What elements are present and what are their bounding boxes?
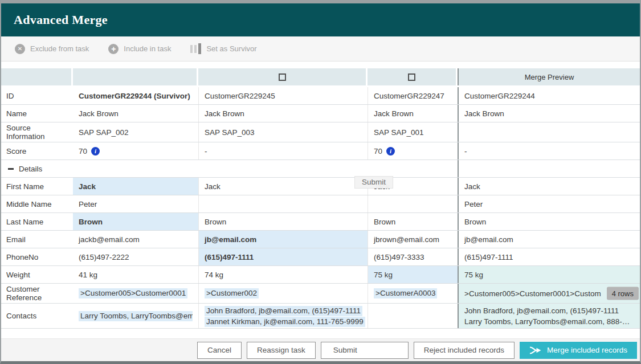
record-value-cell[interactable]: John Bradford, jb@email.com, (615)497-11…	[198, 304, 368, 328]
cell-value: SAP SAP_003	[205, 128, 255, 137]
merge-preview-header-label: Merge Preview	[525, 73, 574, 81]
page-title: Advanced Merge	[14, 13, 108, 27]
row-label: ID	[1, 87, 73, 104]
row-label: Customer Reference	[1, 284, 73, 303]
record-value-cell[interactable]: (615)497-3333	[368, 248, 458, 265]
record-value-cell[interactable]: jb@email.com	[198, 231, 368, 248]
merge-preview-cell: -	[458, 142, 640, 159]
details-section-toggle[interactable]: Details	[1, 160, 458, 177]
cell-value: Peter	[79, 200, 97, 208]
set-as-survivor-button[interactable]: Set as Survivor	[190, 43, 256, 55]
merge-preview-cell: CustomerGR229244	[458, 87, 640, 104]
record-value-cell[interactable]: >CustomerA0003	[368, 284, 458, 303]
cancel-button[interactable]: Cancel	[197, 342, 242, 359]
merge-included-records-button[interactable]: Merge included records	[520, 342, 637, 359]
cell-value: Jack Brown	[79, 109, 119, 118]
include-in-task-button[interactable]: + Include in task	[108, 44, 171, 54]
merge-preview-cell: John Bradford, jb@email.com, (615)497-11…	[458, 304, 640, 328]
cell-value: Brown	[79, 218, 103, 226]
cell-value: Brown	[205, 218, 226, 226]
record-value-cell[interactable]: >Customer002	[198, 284, 368, 303]
row-label: Weight	[1, 266, 73, 283]
cell-value: CustomerGR229245	[205, 92, 275, 100]
record-value-cell[interactable]: -	[198, 142, 368, 159]
rows-count-badge[interactable]: 4 rows	[607, 287, 639, 300]
info-icon[interactable]: i	[91, 147, 100, 156]
cell-value: CustomerGR229244 (Survivor)	[79, 92, 190, 100]
record2-column-header	[198, 68, 368, 85]
record-value-cell[interactable]	[368, 304, 458, 328]
record-value-cell[interactable]: SAP SAP_002	[73, 122, 198, 142]
title-bar: Advanced Merge	[1, 3, 640, 36]
table-header-row: Merge Preview	[1, 68, 640, 85]
cell-value: jbrown@email.com	[374, 235, 439, 244]
exclude-from-task-button[interactable]: ✕ Exclude from task	[15, 44, 89, 54]
record-value-cell[interactable]: Brown	[198, 213, 368, 230]
record-value-cell[interactable]: 70i	[368, 142, 458, 159]
merge-preview-cell: Jack Brown	[458, 105, 640, 122]
table-row: Source InformationSAP SAP_002SAP SAP_003…	[1, 122, 640, 142]
cell-value: -	[205, 147, 207, 156]
record-value-cell[interactable]: SAP SAP_003	[198, 122, 368, 142]
table-row: Weight41 kg74 kg75 kg75 kg	[1, 266, 640, 284]
include-in-task-label: Include in task	[124, 44, 171, 53]
cell-value: Brown	[374, 218, 395, 226]
record-value-cell[interactable]: Jack Brown	[198, 105, 368, 122]
record-value-cell[interactable]: Brown	[368, 213, 458, 230]
cell-value: Jack Brown	[374, 109, 414, 118]
cell-value: Brown	[464, 218, 486, 226]
record-value-cell[interactable]: 70i	[73, 142, 198, 159]
record-value-cell[interactable]: SAP SAP_001	[368, 122, 458, 142]
merge-preview-column-header: Merge Preview	[458, 68, 640, 85]
record-value-cell[interactable]: 75 kg	[368, 266, 458, 283]
record-value-cell[interactable]: 41 kg	[73, 266, 198, 283]
record-value-cell[interactable]: Larry Toombs, LarryToombs@em	[73, 304, 198, 328]
reject-included-records-button[interactable]: Reject included records	[414, 342, 515, 359]
merge-preview-cell	[458, 122, 640, 142]
survivor-column-header	[73, 68, 198, 85]
cell-value: Jack	[79, 182, 96, 191]
record-value-cell[interactable]	[198, 195, 368, 212]
table-row: PhoneNo(615)497-2222(615)497-1111(615)49…	[1, 248, 640, 266]
record-value-cell[interactable]: Jack	[198, 178, 368, 195]
record-value-cell[interactable]: >Customer005>Customer0001	[73, 284, 198, 303]
cell-value: jackb@email.com	[79, 235, 140, 244]
record-value-cell[interactable]: CustomerGR229244 (Survivor)	[73, 87, 198, 104]
record-value-cell[interactable]: Brown	[73, 213, 198, 230]
merge-preview-cell: 75 kg	[458, 266, 640, 283]
record-value-cell[interactable]: (615)497-1111	[198, 248, 368, 265]
record-value-cell[interactable]: jbrown@email.com	[368, 231, 458, 248]
cell-value: John Bradford, jb@email.com, (615)497-11…	[205, 305, 365, 327]
submit-button[interactable]: Submit	[321, 342, 409, 359]
spacer	[1, 62, 640, 68]
info-icon[interactable]: i	[386, 147, 395, 156]
record-value-cell[interactable]: CustomerGR229245	[198, 87, 368, 104]
table-row: Customer Reference>Customer005>Customer0…	[1, 284, 640, 304]
record-value-cell[interactable]: Peter	[73, 195, 198, 212]
merge-preview-cell: Jack	[458, 178, 640, 195]
record-value-cell[interactable]: Jack Brown	[73, 105, 198, 122]
record-value-cell[interactable]: Jack	[73, 178, 198, 195]
merge-arrow-icon	[529, 346, 542, 354]
cell-value: >Customer005>Customer0001	[79, 288, 187, 298]
record2-checkbox[interactable]	[279, 73, 286, 81]
footer-action-bar: Cancel Reassign task Submit Reject inclu…	[1, 338, 640, 361]
table-row: IDCustomerGR229244 (Survivor)CustomerGR2…	[1, 87, 640, 105]
row-label: First Name	[1, 178, 73, 195]
reassign-task-button[interactable]: Reassign task	[247, 342, 316, 359]
merge-preview-cell: Peter	[458, 195, 640, 212]
table-row: Last NameBrownBrownBrownBrown	[1, 213, 640, 231]
record3-checkbox[interactable]	[408, 73, 415, 81]
cell-value: Jack Brown	[464, 109, 504, 118]
cell-value: (615)497-1111	[464, 253, 513, 261]
survivor-bars-icon	[190, 43, 201, 55]
cell-value: Peter	[464, 200, 483, 208]
record-value-cell[interactable]: Jack Brown	[368, 105, 458, 122]
record-value-cell[interactable]: CustomerGR229247	[368, 87, 458, 104]
exclude-circle-x-icon: ✕	[15, 44, 25, 54]
record-value-cell[interactable]: 74 kg	[198, 266, 368, 283]
cell-value: CustomerGR229247	[374, 92, 444, 100]
record-value-cell[interactable]	[368, 195, 458, 212]
record-value-cell[interactable]: jackb@email.com	[73, 231, 198, 248]
record-value-cell[interactable]: (615)497-2222	[73, 248, 198, 265]
